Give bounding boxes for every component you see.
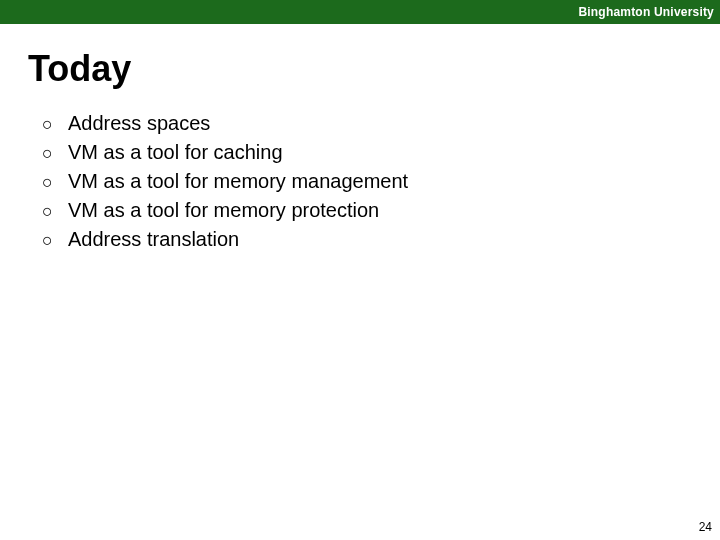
slide: Binghamton University Today ○ Address sp… bbox=[0, 0, 720, 540]
list-item: ○ Address translation bbox=[42, 226, 682, 253]
bullet-list: ○ Address spaces ○ VM as a tool for cach… bbox=[42, 110, 682, 255]
page-number: 24 bbox=[699, 520, 712, 534]
bullet-icon: ○ bbox=[42, 170, 68, 194]
list-item: ○ VM as a tool for memory management bbox=[42, 168, 682, 195]
header-bar: Binghamton University bbox=[0, 0, 720, 24]
bullet-icon: ○ bbox=[42, 199, 68, 223]
bullet-text: Address translation bbox=[68, 226, 239, 253]
bullet-icon: ○ bbox=[42, 112, 68, 136]
list-item: ○ VM as a tool for caching bbox=[42, 139, 682, 166]
slide-title: Today bbox=[28, 48, 131, 90]
bullet-text: VM as a tool for memory management bbox=[68, 168, 408, 195]
bullet-text: VM as a tool for caching bbox=[68, 139, 283, 166]
bullet-text: Address spaces bbox=[68, 110, 210, 137]
bullet-icon: ○ bbox=[42, 228, 68, 252]
institution-label: Binghamton University bbox=[578, 5, 714, 19]
bullet-icon: ○ bbox=[42, 141, 68, 165]
list-item: ○ VM as a tool for memory protection bbox=[42, 197, 682, 224]
list-item: ○ Address spaces bbox=[42, 110, 682, 137]
bullet-text: VM as a tool for memory protection bbox=[68, 197, 379, 224]
